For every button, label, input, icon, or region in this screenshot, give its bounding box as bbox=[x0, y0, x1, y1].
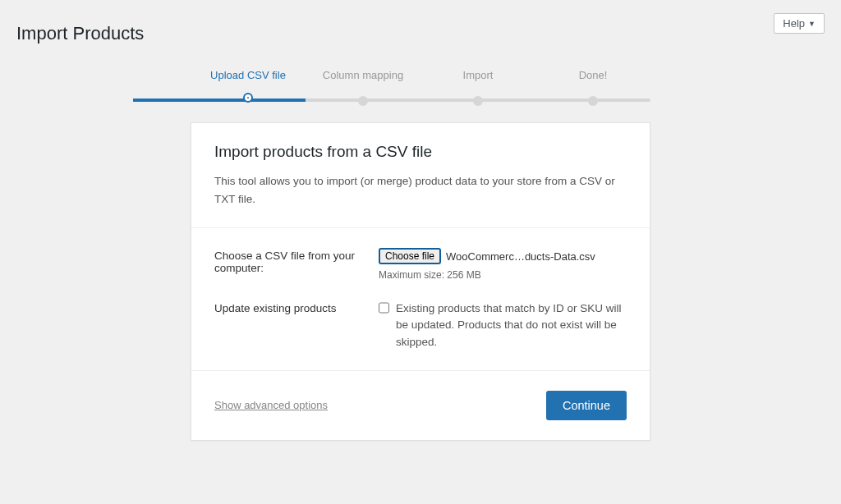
import-card: Import products from a CSV file This too… bbox=[191, 122, 650, 441]
choose-file-label: Choose a CSV file from your computer: bbox=[214, 248, 362, 281]
card-title: Import products from a CSV file bbox=[214, 143, 627, 161]
update-existing-checkbox[interactable] bbox=[379, 302, 389, 314]
step-label: Done! bbox=[579, 69, 608, 81]
step-dot-icon bbox=[245, 94, 251, 101]
wizard-steps: Upload CSV file Column mapping Import Do… bbox=[191, 69, 650, 122]
help-button[interactable]: Help ▼ bbox=[774, 13, 825, 34]
step-label: Import bbox=[463, 69, 494, 81]
step-dot-icon bbox=[588, 96, 598, 106]
update-existing-description: Existing products that match by ID or SK… bbox=[396, 300, 627, 351]
step-label: Upload CSV file bbox=[210, 69, 286, 81]
card-description: This tool allows you to import (or merge… bbox=[214, 172, 627, 208]
step-label: Column mapping bbox=[323, 69, 403, 81]
step-upload[interactable]: Upload CSV file bbox=[191, 69, 306, 99]
choose-file-button[interactable]: Choose file bbox=[379, 248, 441, 264]
update-existing-label: Update existing products bbox=[214, 300, 362, 351]
chevron-down-icon: ▼ bbox=[808, 20, 816, 28]
step-column-mapping[interactable]: Column mapping bbox=[306, 69, 420, 99]
step-import[interactable]: Import bbox=[420, 69, 535, 99]
step-done[interactable]: Done! bbox=[535, 69, 650, 99]
continue-button[interactable]: Continue bbox=[546, 391, 627, 420]
step-dot-icon bbox=[358, 96, 368, 106]
show-advanced-link[interactable]: Show advanced options bbox=[214, 399, 328, 411]
page-title: Import Products bbox=[16, 23, 144, 44]
help-button-label: Help bbox=[783, 17, 805, 30]
chosen-file-name: WooCommerc…ducts-Data.csv bbox=[446, 250, 595, 263]
max-size-hint: Maximum size: 256 MB bbox=[379, 269, 627, 281]
step-dot-icon bbox=[473, 96, 483, 106]
